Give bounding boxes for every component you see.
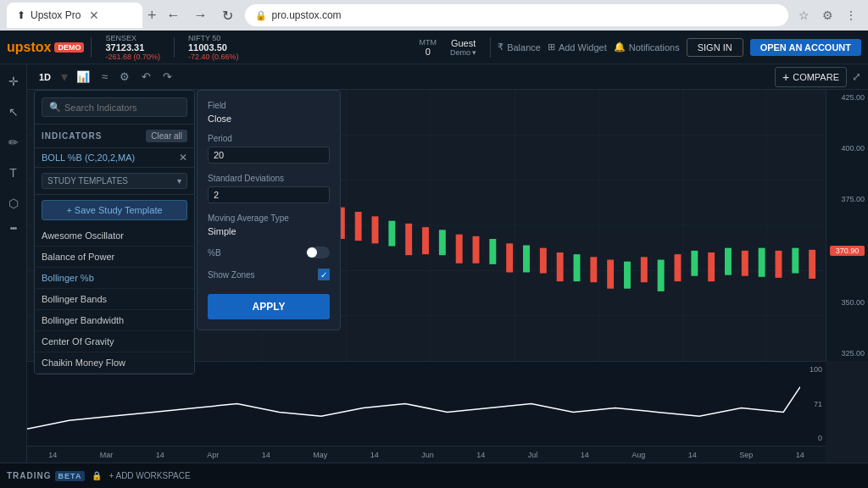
bottom-bar: TRADING BETA 🔒 + ADD WORKSPACE bbox=[0, 463, 868, 488]
list-item[interactable]: Awesome Oscillator bbox=[35, 225, 194, 247]
timeframe-1d-btn[interactable]: 1D bbox=[34, 70, 56, 84]
refresh-btn[interactable]: ↻ bbox=[216, 3, 240, 27]
current-price-badge: 370.90 bbox=[830, 246, 865, 256]
list-item[interactable]: Bollinger %b bbox=[35, 268, 194, 289]
time-jun: Jun bbox=[421, 451, 434, 459]
svg-rect-47 bbox=[540, 248, 547, 274]
nifty-market[interactable]: NIFTY 50 11003.50 -72.40 (0.66%) bbox=[181, 34, 246, 61]
time-14-aug: 14 bbox=[688, 451, 697, 459]
svg-rect-60 bbox=[759, 248, 765, 277]
header-divider2 bbox=[174, 37, 175, 58]
search-input-wrapper[interactable]: 🔍 bbox=[42, 97, 187, 117]
apply-btn[interactable]: APPLY bbox=[208, 294, 330, 319]
show-zones-checkbox[interactable]: ✓ bbox=[318, 269, 330, 280]
new-tab-btn[interactable]: + bbox=[147, 7, 157, 25]
guest-box[interactable]: Guest Demo ▾ bbox=[443, 38, 483, 57]
shapes-icon[interactable]: ⬡ bbox=[3, 193, 24, 214]
more-tools-icon[interactable]: ••• bbox=[10, 224, 17, 233]
active-indicator-row: BOLL %B (C,20,2,MA) ✕ bbox=[35, 148, 194, 168]
list-item[interactable]: Balance of Power bbox=[35, 247, 194, 268]
scale-0: 0 bbox=[804, 434, 822, 442]
svg-rect-38 bbox=[388, 221, 395, 247]
price-label-425: 425.00 bbox=[830, 93, 865, 102]
back-btn[interactable]: ← bbox=[162, 3, 186, 27]
chart-area: 1D ▾ 📊 ≈ ⚙ ↶ ↷ + COMPARE ⤢ 🔍 bbox=[27, 64, 868, 463]
undo-btn[interactable]: ↶ bbox=[138, 69, 154, 85]
text-icon[interactable]: T bbox=[3, 163, 24, 183]
sensex-market[interactable]: SENSEX 37123.31 -261.68 (0.70%) bbox=[98, 34, 167, 61]
menu-btn[interactable]: ⋮ bbox=[841, 5, 861, 25]
std-dev-input[interactable] bbox=[208, 186, 330, 203]
price-label-400: 400.00 bbox=[830, 144, 865, 152]
fullscreen-btn[interactable]: ⤢ bbox=[852, 70, 861, 83]
list-item[interactable]: Center Of Gravity bbox=[35, 331, 194, 352]
time-aug: Aug bbox=[632, 451, 645, 459]
time-axis: 14 Mar 14 Apr 14 May 14 Jun 14 Jul 14 Au… bbox=[27, 446, 826, 463]
search-indicators-input[interactable] bbox=[64, 103, 180, 113]
bookmark-btn[interactable]: ☆ bbox=[793, 5, 814, 25]
guest-sub: Demo ▾ bbox=[450, 48, 476, 57]
percent-b-toggle[interactable] bbox=[306, 247, 330, 258]
period-input[interactable] bbox=[208, 147, 330, 164]
list-item[interactable]: Bollinger Bands bbox=[35, 289, 194, 310]
notifications-btn[interactable]: 🔔 Notifications bbox=[614, 42, 680, 53]
study-templates-dropdown[interactable]: STUDY TEMPLATES ▾ bbox=[42, 173, 187, 189]
svg-rect-63 bbox=[809, 250, 815, 279]
balance-btn[interactable]: ₹ Balance bbox=[498, 42, 541, 53]
clear-all-btn[interactable]: Clear all bbox=[146, 130, 187, 142]
time-14-may: 14 bbox=[370, 451, 379, 459]
remove-indicator-btn[interactable]: ✕ bbox=[179, 152, 187, 164]
list-item[interactable]: Bollinger Bandwidth bbox=[35, 310, 194, 331]
drawing-btn[interactable]: ≈ bbox=[98, 69, 111, 85]
pencil-icon[interactable]: ✏ bbox=[3, 132, 24, 152]
mtm-label: MTM bbox=[420, 38, 437, 47]
show-zones-label: Show Zones bbox=[208, 270, 255, 280]
redo-btn[interactable]: ↷ bbox=[159, 69, 175, 85]
browser-tab[interactable]: ⬆ Upstox Pro ✕ bbox=[7, 3, 142, 28]
add-widget-btn[interactable]: ⊞ Add Widget bbox=[548, 42, 607, 53]
price-label-350: 350.00 bbox=[830, 298, 865, 307]
header-divider3 bbox=[490, 37, 491, 58]
guest-name: Guest bbox=[451, 38, 476, 48]
svg-rect-58 bbox=[725, 248, 732, 275]
price-scale: 425.00 400.00 375.00 370.90 350.00 325.0… bbox=[826, 90, 868, 361]
extensions-btn[interactable]: ⚙ bbox=[817, 5, 837, 25]
tab-close-btn[interactable]: ✕ bbox=[89, 8, 99, 22]
open-account-btn[interactable]: OPEN AN ACCOUNT bbox=[750, 39, 861, 56]
address-bar[interactable]: 🔒 pro.upstox.com bbox=[245, 4, 788, 26]
compare-btn[interactable]: + COMPARE bbox=[775, 67, 847, 87]
svg-rect-56 bbox=[691, 251, 698, 276]
indicators-panel: 🔍 INDICATORS Clear all BOLL %B (C,20,2,M… bbox=[34, 90, 195, 374]
field-setting: Field Close bbox=[208, 101, 330, 124]
chart-settings-btn[interactable]: ⚙ bbox=[116, 69, 133, 85]
svg-rect-41 bbox=[439, 230, 446, 255]
cursor-icon[interactable]: ↖ bbox=[3, 102, 24, 122]
svg-rect-39 bbox=[405, 224, 412, 255]
svg-rect-59 bbox=[742, 251, 748, 276]
time-14-jul: 14 bbox=[581, 451, 589, 459]
signin-btn[interactable]: SIGN IN bbox=[687, 38, 743, 57]
plus-icon: + bbox=[782, 70, 789, 84]
svg-rect-52 bbox=[624, 262, 631, 289]
active-indicator-name: BOLL %B (C,20,2,MA) bbox=[42, 152, 175, 163]
add-workspace-btn[interactable]: + ADD WORKSPACE bbox=[108, 471, 190, 480]
mtm-box: MTM 0 bbox=[420, 38, 437, 57]
field-label: Field bbox=[208, 101, 330, 110]
svg-rect-42 bbox=[456, 235, 463, 263]
search-icon: 🔍 bbox=[49, 102, 61, 113]
indicator-btn[interactable]: 📊 bbox=[73, 69, 93, 85]
svg-rect-55 bbox=[675, 254, 682, 281]
forward-btn[interactable]: → bbox=[189, 3, 213, 27]
time-14-jan: 14 bbox=[48, 451, 57, 459]
svg-rect-43 bbox=[473, 236, 480, 263]
left-toolbar: ✛ ↖ ✏ T ⬡ ••• bbox=[0, 64, 27, 463]
nifty-change: -72.40 (0.66%) bbox=[188, 53, 239, 61]
time-apr: Apr bbox=[207, 451, 219, 459]
list-item[interactable]: Chaikin Money Flow bbox=[35, 352, 194, 374]
svg-rect-46 bbox=[523, 245, 530, 272]
svg-rect-54 bbox=[658, 260, 665, 291]
indicator-list: Awesome Oscillator Balance of Power Boll… bbox=[35, 225, 194, 374]
search-box: 🔍 bbox=[35, 91, 194, 125]
crosshair-icon[interactable]: ✛ bbox=[3, 71, 24, 92]
save-template-btn[interactable]: + Save Study Template bbox=[42, 200, 187, 220]
